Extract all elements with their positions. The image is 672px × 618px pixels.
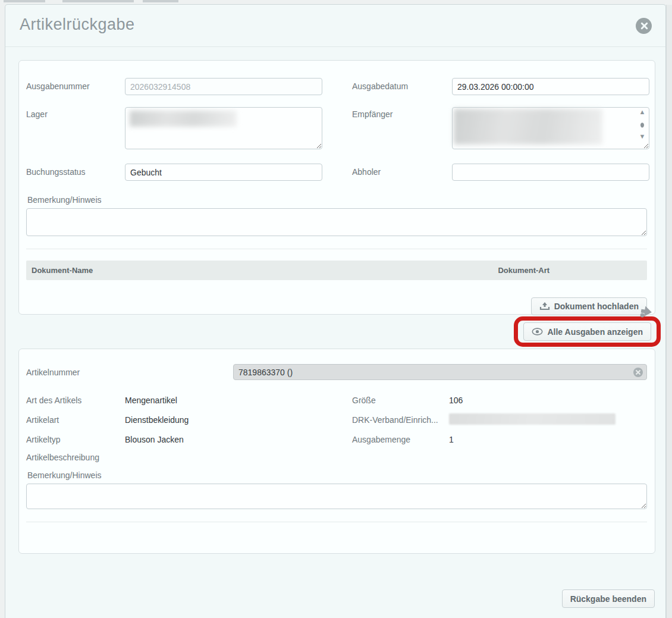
artikelbeschreibung-label: Artikelbeschreibung [26, 453, 125, 462]
documents-table-header: Dokument-Name Dokument-Art [26, 261, 647, 280]
artikelart-value: Dienstbekleidung [125, 415, 325, 425]
lager-redacted-value [130, 111, 237, 127]
panel2-divider [26, 522, 647, 522]
doc-art-column-header: Dokument-Art [498, 266, 549, 275]
empfaenger-scrollbar[interactable]: ▲ ● ▼ [638, 109, 647, 140]
empfaenger-label: Empfänger [352, 107, 452, 119]
empfaenger-redacted-value [454, 109, 602, 145]
buchungsstatus-input[interactable] [125, 164, 322, 181]
art-des-artikels-value: Mengenartikel [125, 396, 325, 405]
eye-icon [532, 328, 543, 335]
close-icon[interactable] [636, 18, 652, 34]
section-divider [26, 249, 647, 249]
drk-verband-redacted-value [449, 413, 616, 425]
artikeltyp-label: Artikeltyp [26, 435, 125, 444]
artikeltyp-value: Blouson Jacken [125, 435, 325, 444]
artikelart-label: Artikelart [26, 415, 125, 425]
artikelnummer-field: 7819863370 () [233, 364, 647, 380]
dialog-header: Artikelrückgabe [5, 5, 665, 47]
artikel-bemerkung-textarea[interactable] [26, 484, 647, 509]
bemerkung-label: Bemerkung/Hinweis [26, 181, 647, 208]
clear-artikelnummer-icon[interactable] [633, 368, 643, 377]
bemerkung-textarea[interactable] [26, 208, 647, 236]
page-right-strip [666, 5, 672, 618]
finish-return-button[interactable]: Rückgabe beenden [562, 589, 655, 608]
abholer-label: Abholer [352, 164, 452, 177]
artikel-bemerkung-label: Bemerkung/Hinweis [26, 462, 647, 484]
upload-button-label: Dokument hochladen [554, 302, 639, 311]
lager-label: Lager [26, 107, 125, 119]
dialog-title: Artikelrückgabe [20, 15, 135, 34]
buchungsstatus-label: Buchungsstatus [26, 164, 125, 177]
finish-return-button-label: Rückgabe beenden [570, 594, 646, 604]
artikelnummer-value: 7819863370 () [238, 368, 293, 377]
ausgabedatum-input[interactable] [452, 78, 649, 95]
ausgabemenge-value: 1 [449, 435, 647, 444]
scroll-down-icon[interactable]: ▼ [639, 133, 646, 140]
upload-document-button[interactable]: Dokument hochladen [531, 297, 647, 315]
ausgabenummer-label: Ausgabenummer [26, 78, 125, 91]
scroll-up-icon[interactable]: ▲ [639, 109, 646, 115]
scroll-thumb-icon[interactable]: ● [640, 118, 645, 130]
ausgabemenge-label: Ausgabemenge [352, 435, 449, 444]
groesse-value: 106 [449, 396, 647, 405]
artikelrueckgabe-dialog: Artikelrückgabe Ausgabenummer Ausgabedat… [5, 4, 666, 618]
show-all-ausgaben-button[interactable]: Alle Ausgaben anzeigen [523, 322, 651, 341]
ausgabenummer-input [125, 78, 322, 95]
upload-icon [539, 302, 550, 311]
artikelnummer-label: Artikelnummer [26, 368, 125, 377]
show-all-button-label: Alle Ausgaben anzeigen [547, 327, 643, 337]
ausgabe-panel: Ausgabenummer Ausgabedatum Lager Empfäng… [18, 60, 655, 315]
abholer-input[interactable] [452, 164, 649, 181]
ausgabedatum-label: Ausgabedatum [352, 78, 452, 91]
pointer-arrow-icon [639, 304, 657, 323]
groesse-label: Größe [352, 396, 449, 405]
drk-verband-label: DRK-Verband/Einrich... [352, 415, 449, 425]
art-des-artikels-label: Art des Artikels [26, 396, 125, 405]
doc-name-column-header: Dokument-Name [26, 266, 93, 275]
artikel-panel: Artikelnummer 7819863370 () Art des Arti… [18, 349, 655, 554]
